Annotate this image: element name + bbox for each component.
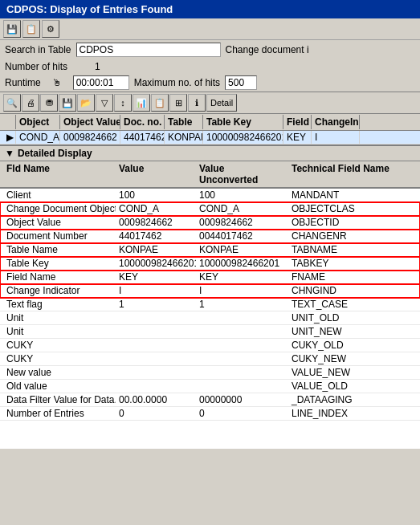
runtime-label: Runtime [5,77,41,88]
detail-value: 0009824662 [116,216,196,229]
save-icon[interactable]: 💾 [3,20,21,38]
detail-row: Table Key 100000982466201 10000098246620… [0,257,420,271]
fields-toolbar: 🔍 🖨 ⛃ 💾 📂 ▽ ↕ 📊 📋 ⊞ ℹ Detail [0,92,420,114]
max-hits-label: Maximum no. of hits [134,77,220,88]
detail-fldname: Data Filter Value for Data... [3,393,116,406]
detail-value [116,325,196,338]
detail-value: KONPAE [116,243,196,256]
detail-techname: FNAME [288,271,393,283]
table-row[interactable]: ▶ COND_A 0009824662 44017462 KONPAE 1000… [0,131,420,144]
detail-value: I [116,284,196,297]
detail-row: Field Name KEY KEY FNAME [0,271,420,284]
detail-valueunc: KEY [196,271,288,283]
detail-techname: TABKEY [288,257,393,270]
detail-valueunc: 1 [196,298,288,311]
detail-col-techname: Technical Field Name [288,161,393,187]
detail-techname: VALUE_NEW [288,366,393,379]
detail-value: 00.00.0000 [116,393,196,406]
detail-section-header: ▼ Detailed Display [0,144,420,161]
detail-fldname: Field Name [3,271,116,283]
detail-value: COND_A [116,202,196,215]
runtime-input[interactable] [73,75,129,90]
detail-row: Data Filter Value for Data... 00.00.0000… [0,393,420,407]
change-doc-label: Change document i [226,44,309,55]
detail-col-fldname: Fld Name [3,161,116,187]
detail-fldname: Change Document Object [3,202,116,215]
col-objvalue-header: Object Value [60,115,120,129]
detail-row: CUKY CUKY_NEW [0,352,420,366]
detail-techname: OBJECTCLAS [288,202,393,215]
detail-row: Client 100 100 MANDANT [0,189,420,202]
detail-techname: MANDANT [288,189,393,201]
detail-techname: CHNGIND [288,284,393,297]
runtime-row: Runtime 🖱 Maximum no. of hits [0,74,420,92]
detail-valueunc [196,325,288,338]
detail-row: Text flag 1 1 TEXT_CASE [0,298,420,311]
col-tablekey-header: Table Key [203,115,283,129]
detail-value [116,366,196,379]
sort-icon[interactable]: ↕ [114,94,132,112]
detail-fldname: Unit [3,325,116,338]
info-icon[interactable]: ℹ [188,94,206,112]
detail-fldname: Table Key [3,257,116,270]
cursor-icon: 🖱 [52,77,62,88]
detail-techname: CUKY_NEW [288,352,393,365]
detail-fldname: Unit [3,311,116,324]
print-icon[interactable]: 🖨 [22,94,39,112]
detail-valueunc [196,339,288,352]
row-docno: 44017462 [120,131,165,144]
filter-icon[interactable]: ⛃ [40,94,58,112]
graph-icon[interactable]: 📊 [133,94,150,112]
max-hits-input[interactable] [225,75,257,90]
detail-btn[interactable]: Detail [206,94,237,112]
detail-valueunc: 0009824662 [196,216,288,229]
search-table-row: Search in Table Change document i [0,40,420,59]
detail-techname: TABNAME [288,243,393,256]
detail-col-valueunc: Value Unconverted [196,161,288,187]
search-in-table-input[interactable] [76,43,221,57]
detail-valueunc [196,380,288,393]
detail-fldname: CUKY [3,339,116,352]
detail-techname: _DATAAGING [288,393,393,406]
load-icon[interactable]: 📂 [77,94,95,112]
detail-fldname: Number of Entries [3,407,116,420]
row-checkbox[interactable]: ▶ [3,131,16,144]
detail-techname: UNIT_NEW [288,325,393,338]
row-changeind: I [312,131,360,144]
detail-value: KEY [116,271,196,283]
detail-techname: VALUE_OLD [288,380,393,393]
save2-icon[interactable]: 💾 [59,94,76,112]
title-bar: CDPOS: Display of Entries Found [0,0,420,18]
detail-techname: CHANGENR [288,230,393,242]
detail-fldname: Document Number [3,230,116,242]
detail-row: Old value VALUE_OLD [0,380,420,393]
detail-row: CUKY CUKY_OLD [0,339,420,352]
detail-techname: CUKY_OLD [288,339,393,352]
detail-techname: UNIT_OLD [288,311,393,324]
layout-icon[interactable]: ⊞ [169,94,187,112]
detail-fldname: New value [3,366,116,379]
detail-fldname: Object Value [3,216,116,229]
detail-valueunc [196,311,288,324]
detail-row: Change Indicator I I CHNGIND [0,284,420,298]
hits-row: Number of hits 1 [0,59,420,74]
detail-expand-icon[interactable]: ▼ [5,148,14,159]
excel-icon[interactable]: 📋 [151,94,169,112]
copy-icon[interactable]: 📋 [22,20,40,38]
detail-value: 44017462 [116,230,196,242]
top-toolbar: 💾 📋 ⚙ [0,18,420,40]
detail-value: 1 [116,298,196,311]
detail-rows-container: Client 100 100 MANDANT Change Document O… [0,189,420,449]
detail-value [116,311,196,324]
row-object: COND_A [16,131,60,144]
detail-row: Unit UNIT_NEW [0,325,420,339]
col-checkbox-header [3,115,16,129]
detail-value: 100000982466201 [116,257,196,270]
search-in-table-label: Search in Table [5,44,71,55]
detail-fldname: CUKY [3,352,116,365]
detail-valueunc [196,352,288,365]
filter2-icon[interactable]: ▽ [96,94,113,112]
settings-icon[interactable]: ⚙ [42,20,59,38]
col-field-header: Field [283,115,312,129]
find-icon[interactable]: 🔍 [3,94,21,112]
